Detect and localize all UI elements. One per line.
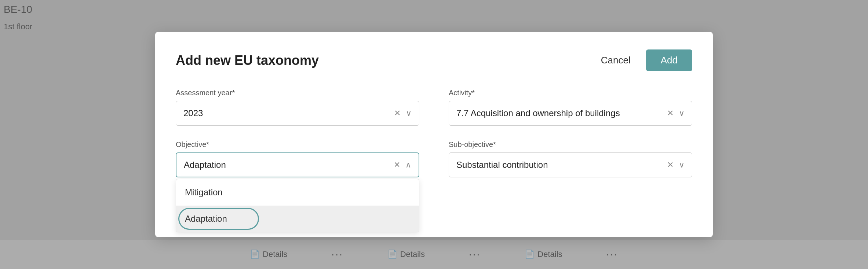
mitigation-option-label: Mitigation [185,187,223,197]
activity-icons: ✕ ∨ [667,108,685,118]
activity-select[interactable]: 7.7 Acquisition and ownership of buildin… [449,101,692,126]
assessment-year-label: Assessment year* [176,89,419,97]
objective-clear-icon[interactable]: ✕ [394,160,400,170]
assessment-year-select[interactable]: 2023 ✕ ∨ [176,101,419,126]
adaptation-option-label: Adaptation [185,214,227,224]
activity-group: Activity* 7.7 Acquisition and ownership … [449,89,692,126]
assessment-year-value: 2023 [183,108,394,118]
modal-backdrop: Add new EU taxonomy Cancel Add Assessmen… [0,0,868,269]
sub-objective-group: Sub-objective* Substantial contribution … [449,140,692,177]
objective-dropdown: Mitigation Adaptation [176,179,419,232]
modal-dialog: Add new EU taxonomy Cancel Add Assessmen… [155,32,713,237]
cancel-button[interactable]: Cancel [594,51,637,70]
activity-clear-icon[interactable]: ✕ [667,108,674,118]
objective-value: Adaptation [184,160,394,170]
dropdown-item-adaptation[interactable]: Adaptation [176,206,419,232]
objective-group: Objective* Adaptation ✕ ∧ Mitigation Ada… [176,140,419,177]
modal-actions: Cancel Add [594,49,692,71]
objective-chevron-up-icon[interactable]: ∧ [405,160,411,170]
objective-label: Objective* [176,140,419,149]
objective-icons: ✕ ∧ [394,160,411,170]
sub-objective-select[interactable]: Substantial contribution ✕ ∨ [449,152,692,177]
assessment-year-chevron-icon[interactable]: ∨ [406,108,412,118]
objective-select[interactable]: Adaptation ✕ ∧ [176,152,419,177]
assessment-year-icons: ✕ ∨ [394,108,412,118]
sub-objective-icons: ✕ ∨ [667,160,685,170]
assessment-year-clear-icon[interactable]: ✕ [394,108,401,118]
activity-chevron-icon[interactable]: ∨ [679,108,685,118]
modal-header: Add new EU taxonomy Cancel Add [176,49,692,71]
sub-objective-value: Substantial contribution [456,160,667,170]
sub-objective-clear-icon[interactable]: ✕ [667,160,674,170]
sub-objective-label: Sub-objective* [449,140,692,149]
activity-value: 7.7 Acquisition and ownership of buildin… [456,108,667,118]
add-button[interactable]: Add [646,49,692,71]
form-grid: Assessment year* 2023 ✕ ∨ Activity* 7.7 … [176,89,692,177]
sub-objective-chevron-icon[interactable]: ∨ [679,160,685,170]
assessment-year-group: Assessment year* 2023 ✕ ∨ [176,89,419,126]
modal-title: Add new EU taxonomy [176,53,319,68]
activity-label: Activity* [449,89,692,97]
dropdown-item-mitigation[interactable]: Mitigation [176,179,419,206]
